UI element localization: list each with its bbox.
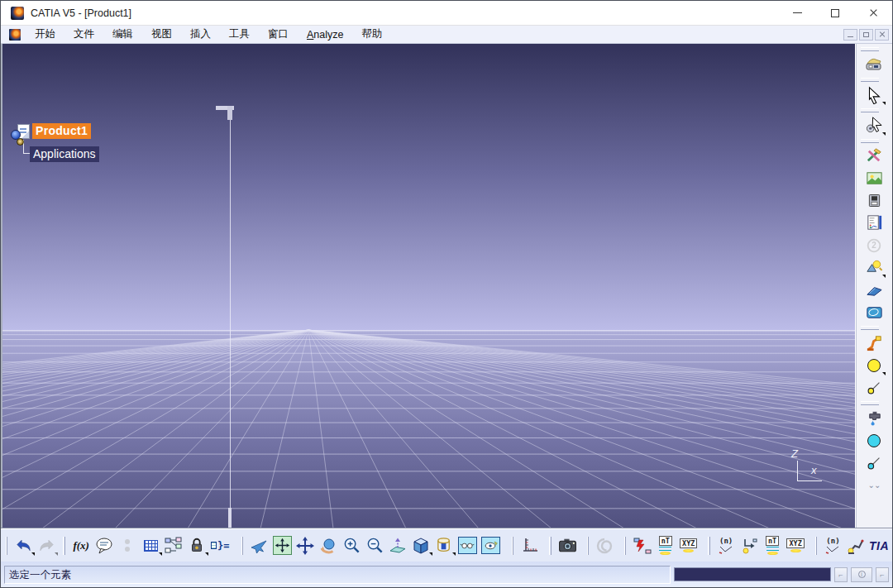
toolbar-grip[interactable] bbox=[708, 537, 709, 555]
lock-button[interactable] bbox=[187, 535, 208, 556]
surface-pad-icon[interactable] bbox=[864, 302, 885, 323]
simulation-state-button[interactable] bbox=[632, 535, 652, 556]
plane-surface-icon[interactable] bbox=[864, 280, 885, 300]
tree-anchor-handle[interactable] bbox=[228, 508, 232, 528]
circle-large-icon[interactable] bbox=[864, 430, 885, 451]
formula-button[interactable]: f(x) bbox=[71, 535, 92, 556]
design-table-button[interactable] bbox=[141, 535, 161, 556]
toolbar-overflow-chevron-icon[interactable]: ⌄⌄ bbox=[864, 475, 885, 495]
pan-button[interactable] bbox=[295, 535, 316, 556]
menu-item-window[interactable]: 窗口 bbox=[259, 26, 298, 43]
teach-button[interactable] bbox=[739, 535, 760, 556]
sketch-tools-icon[interactable] bbox=[864, 146, 885, 166]
robot-arm-button[interactable] bbox=[846, 535, 867, 556]
toolbar-grip[interactable] bbox=[861, 326, 879, 330]
tree-anchor-line[interactable] bbox=[230, 120, 231, 528]
catia-logo-text: TIA bbox=[869, 539, 891, 552]
highlight-glow-icon bbox=[660, 552, 671, 555]
robot-task-2-button[interactable]: nT bbox=[762, 535, 783, 556]
menu-item-analyze[interactable]: Analyze bbox=[298, 27, 352, 42]
toolbar-grip[interactable] bbox=[549, 537, 551, 555]
selection-filter-button[interactable] bbox=[864, 115, 885, 136]
macro-icon[interactable] bbox=[864, 190, 885, 211]
toolbar-grip[interactable] bbox=[512, 537, 513, 555]
fly-mode-button[interactable] bbox=[249, 535, 270, 556]
toolbar-grip[interactable] bbox=[63, 537, 64, 555]
equivalent-dimensions-button[interactable]: }= bbox=[210, 535, 231, 556]
normal-view-button[interactable] bbox=[388, 535, 408, 556]
tree-anchor-bracket[interactable] bbox=[227, 106, 232, 120]
arrow-glyph-icon: ⌐ bbox=[838, 571, 843, 579]
task-lines-icon bbox=[766, 547, 779, 551]
toolbar-grip[interactable] bbox=[6, 537, 7, 555]
faucet-icon[interactable] bbox=[864, 408, 885, 428]
ellipsis-disabled-icon bbox=[117, 535, 138, 556]
menu-item-help[interactable]: 帮助 bbox=[352, 26, 391, 43]
axis-z-label: Z bbox=[791, 447, 798, 460]
screen-capture-button[interactable] bbox=[557, 535, 578, 556]
toolbar-grip[interactable] bbox=[861, 108, 879, 112]
relations-button[interactable] bbox=[164, 535, 184, 556]
toolbar-grip[interactable] bbox=[815, 537, 817, 555]
power-input-field[interactable] bbox=[674, 567, 831, 581]
frame-position-button[interactable]: XYZ bbox=[678, 535, 699, 556]
swap-visible-space-button[interactable] bbox=[480, 535, 501, 556]
tree-node-product1[interactable]: Product1 bbox=[11, 123, 99, 139]
right-toolbar: 2 bbox=[855, 44, 892, 528]
toolbar-grip[interactable] bbox=[241, 537, 243, 555]
toolbar-grip[interactable] bbox=[861, 401, 879, 405]
status-corner-button[interactable]: ⌐ bbox=[876, 567, 889, 582]
tree-node-label[interactable]: Applications bbox=[30, 146, 99, 162]
hide-show-button[interactable] bbox=[457, 535, 478, 556]
select-arrow-button[interactable] bbox=[864, 84, 885, 105]
zoom-out-button[interactable] bbox=[365, 535, 385, 556]
tree-node-label[interactable]: Product1 bbox=[32, 123, 91, 139]
document-icon[interactable] bbox=[9, 29, 21, 41]
close-icon bbox=[869, 8, 878, 17]
measure-button[interactable] bbox=[519, 535, 540, 556]
image-library-icon[interactable] bbox=[864, 168, 885, 189]
menu-item-start[interactable]: 开始 bbox=[26, 26, 64, 43]
mdi-minimize-button[interactable] bbox=[843, 29, 857, 41]
jog-mechanism-2-button[interactable]: (n) bbox=[823, 535, 843, 556]
menu-item-view[interactable]: 视图 bbox=[142, 26, 181, 43]
frame-label: XYZ bbox=[680, 538, 697, 548]
menu-item-edit[interactable]: 编辑 bbox=[103, 26, 142, 43]
zoom-in-button[interactable] bbox=[341, 535, 362, 556]
power-input-arrow-button[interactable]: ⌐ bbox=[834, 567, 848, 582]
workbench-icon[interactable] bbox=[864, 54, 885, 74]
toolbar-grip[interactable] bbox=[861, 139, 879, 143]
named-views-button[interactable] bbox=[434, 535, 455, 556]
minimize-button[interactable] bbox=[778, 1, 816, 25]
robot-icon[interactable] bbox=[864, 332, 885, 353]
toolbar-grip[interactable] bbox=[587, 537, 589, 555]
mdi-restore-button[interactable] bbox=[859, 29, 873, 41]
jog-mechanism-button[interactable]: (n) bbox=[716, 535, 737, 556]
frame-position-2-button[interactable]: XYZ bbox=[786, 535, 806, 556]
undo-button[interactable] bbox=[13, 535, 34, 556]
mdi-close-button[interactable] bbox=[875, 29, 889, 41]
maximize-button[interactable] bbox=[816, 1, 854, 25]
toolbar-grip[interactable] bbox=[861, 78, 879, 82]
menu-item-tools[interactable]: 工具 bbox=[220, 26, 259, 43]
robot-task-button[interactable]: nT bbox=[655, 535, 676, 556]
menu-item-insert[interactable]: 插入 bbox=[181, 26, 220, 43]
3d-viewport[interactable]: Product1 Applications Z x bbox=[1, 44, 855, 528]
menu-item-file[interactable]: 文件 bbox=[64, 26, 103, 43]
isometric-view-button[interactable] bbox=[411, 535, 432, 556]
circle-on-line-icon[interactable] bbox=[864, 452, 885, 473]
comment-button[interactable] bbox=[94, 535, 115, 556]
dialog-toggle-button[interactable]: i bbox=[851, 567, 872, 582]
point-large-button[interactable] bbox=[864, 355, 885, 375]
light-source-button[interactable] bbox=[864, 257, 885, 278]
toolbar-grip[interactable] bbox=[861, 47, 879, 51]
close-button[interactable] bbox=[854, 1, 892, 25]
jog-label: (n) bbox=[826, 537, 839, 545]
specification-chart-icon[interactable] bbox=[864, 213, 885, 233]
toolbar-grip[interactable] bbox=[624, 537, 626, 555]
rotate-button[interactable] bbox=[318, 535, 339, 556]
point-on-line-icon[interactable] bbox=[864, 377, 885, 398]
fit-all-icon bbox=[273, 536, 292, 555]
axis-indicator: Z x bbox=[786, 451, 833, 489]
fit-all-in-button[interactable] bbox=[272, 535, 293, 556]
